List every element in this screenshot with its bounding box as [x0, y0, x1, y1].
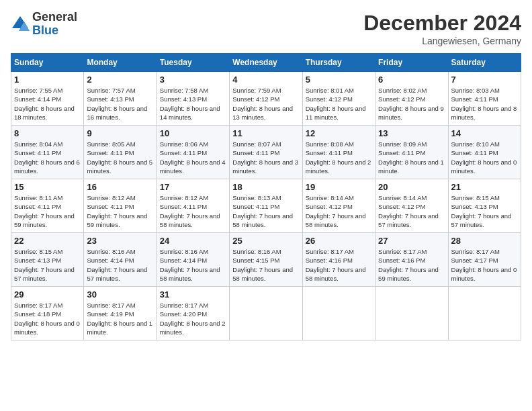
- day-info: Sunrise: 8:14 AMSunset: 4:12 PMDaylight:…: [306, 194, 366, 228]
- day-number: 7: [451, 75, 518, 85]
- table-row: 19Sunrise: 8:14 AMSunset: 4:12 PMDayligh…: [302, 179, 375, 233]
- day-number: 16: [87, 182, 153, 192]
- table-row: 18Sunrise: 8:13 AMSunset: 4:11 PMDayligh…: [230, 179, 302, 233]
- day-info: Sunrise: 8:11 AMSunset: 4:11 PMDaylight:…: [14, 194, 75, 228]
- day-info: Sunrise: 8:07 AMSunset: 4:11 PMDaylight:…: [232, 140, 298, 175]
- header-thursday: Thursday: [302, 54, 375, 72]
- day-info: Sunrise: 8:16 AMSunset: 4:14 PMDaylight:…: [160, 248, 220, 282]
- table-row: 27Sunrise: 8:17 AMSunset: 4:16 PMDayligh…: [375, 233, 448, 287]
- day-info: Sunrise: 8:16 AMSunset: 4:15 PMDaylight:…: [232, 248, 293, 282]
- day-number: 22: [14, 236, 81, 246]
- day-number: 13: [378, 128, 445, 138]
- day-info: Sunrise: 7:55 AMSunset: 4:14 PMDaylight:…: [14, 87, 75, 121]
- table-row: 12Sunrise: 8:08 AMSunset: 4:11 PMDayligh…: [302, 126, 375, 179]
- day-info: Sunrise: 8:13 AMSunset: 4:11 PMDaylight:…: [232, 194, 293, 228]
- day-info: Sunrise: 8:17 AMSunset: 4:16 PMDaylight:…: [378, 248, 439, 282]
- table-row: 22Sunrise: 8:15 AMSunset: 4:13 PMDayligh…: [11, 233, 84, 287]
- calendar-row: 1Sunrise: 7:55 AMSunset: 4:14 PMDaylight…: [11, 72, 521, 126]
- table-row: 20Sunrise: 8:14 AMSunset: 4:12 PMDayligh…: [375, 179, 448, 233]
- day-info: Sunrise: 8:14 AMSunset: 4:12 PMDaylight:…: [378, 194, 439, 228]
- logo: General Blue: [11, 11, 77, 38]
- weekday-header-row: Sunday Monday Tuesday Wednesday Thursday…: [11, 54, 521, 72]
- day-info: Sunrise: 8:05 AMSunset: 4:11 PMDaylight:…: [87, 140, 152, 175]
- table-row: 4Sunrise: 7:59 AMSunset: 4:12 PMDaylight…: [230, 72, 302, 126]
- day-number: 2: [87, 75, 153, 85]
- table-row: 23Sunrise: 8:16 AMSunset: 4:14 PMDayligh…: [84, 233, 157, 287]
- table-row: 6Sunrise: 8:02 AMSunset: 4:12 PMDaylight…: [375, 72, 448, 126]
- table-row: 31Sunrise: 8:17 AMSunset: 4:20 PMDayligh…: [157, 287, 229, 340]
- day-info: Sunrise: 8:04 AMSunset: 4:11 PMDaylight:…: [14, 140, 80, 175]
- table-row: 5Sunrise: 8:01 AMSunset: 4:12 PMDaylight…: [302, 72, 375, 126]
- table-row: 16Sunrise: 8:12 AMSunset: 4:11 PMDayligh…: [84, 179, 157, 233]
- day-info: Sunrise: 8:12 AMSunset: 4:11 PMDaylight:…: [160, 194, 220, 228]
- day-info: Sunrise: 7:59 AMSunset: 4:12 PMDaylight:…: [232, 87, 293, 121]
- header-monday: Monday: [84, 54, 157, 72]
- logo-text: General Blue: [32, 11, 77, 38]
- title-area: December 2024 Langewiesen, Germany: [363, 11, 521, 46]
- calendar-row: 15Sunrise: 8:11 AMSunset: 4:11 PMDayligh…: [11, 179, 521, 233]
- day-number: 25: [232, 236, 299, 246]
- table-row: [230, 287, 302, 340]
- table-row: 11Sunrise: 8:07 AMSunset: 4:11 PMDayligh…: [230, 126, 302, 179]
- day-number: 20: [378, 182, 445, 192]
- table-row: 10Sunrise: 8:06 AMSunset: 4:11 PMDayligh…: [157, 126, 229, 179]
- day-info: Sunrise: 8:02 AMSunset: 4:12 PMDaylight:…: [378, 87, 444, 121]
- day-number: 18: [232, 182, 299, 192]
- day-number: 17: [160, 182, 226, 192]
- day-number: 30: [87, 289, 153, 300]
- table-row: 26Sunrise: 8:17 AMSunset: 4:16 PMDayligh…: [302, 233, 375, 287]
- day-info: Sunrise: 8:08 AMSunset: 4:11 PMDaylight:…: [306, 140, 371, 175]
- header-friday: Friday: [375, 54, 448, 72]
- day-info: Sunrise: 7:57 AMSunset: 4:13 PMDaylight:…: [87, 87, 147, 121]
- day-number: 1: [14, 75, 81, 85]
- header-wednesday: Wednesday: [230, 54, 302, 72]
- day-number: 3: [160, 75, 226, 85]
- table-row: 3Sunrise: 7:58 AMSunset: 4:13 PMDaylight…: [157, 72, 229, 126]
- day-info: Sunrise: 8:10 AMSunset: 4:11 PMDaylight:…: [451, 140, 517, 175]
- day-number: 5: [306, 75, 372, 85]
- table-row: [448, 287, 521, 340]
- logo-line1: General: [32, 11, 77, 24]
- day-info: Sunrise: 8:17 AMSunset: 4:18 PMDaylight:…: [14, 302, 80, 336]
- table-row: 25Sunrise: 8:16 AMSunset: 4:15 PMDayligh…: [230, 233, 302, 287]
- table-row: 29Sunrise: 8:17 AMSunset: 4:18 PMDayligh…: [11, 287, 84, 340]
- month-title: December 2024: [363, 11, 521, 36]
- table-row: 17Sunrise: 8:12 AMSunset: 4:11 PMDayligh…: [157, 179, 229, 233]
- table-row: 7Sunrise: 8:03 AMSunset: 4:11 PMDaylight…: [448, 72, 521, 126]
- table-row: [302, 287, 375, 340]
- day-number: 27: [378, 236, 445, 246]
- day-info: Sunrise: 8:12 AMSunset: 4:11 PMDaylight:…: [87, 194, 147, 228]
- table-row: 2Sunrise: 7:57 AMSunset: 4:13 PMDaylight…: [84, 72, 157, 126]
- header-saturday: Saturday: [448, 54, 521, 72]
- calendar-table: Sunday Monday Tuesday Wednesday Thursday…: [11, 53, 521, 340]
- day-number: 21: [451, 182, 518, 192]
- day-number: 29: [14, 289, 81, 300]
- day-info: Sunrise: 8:01 AMSunset: 4:12 PMDaylight:…: [306, 87, 366, 121]
- day-info: Sunrise: 8:17 AMSunset: 4:17 PMDaylight:…: [451, 248, 517, 282]
- table-row: [375, 287, 448, 340]
- day-number: 24: [160, 236, 226, 246]
- day-info: Sunrise: 8:09 AMSunset: 4:11 PMDaylight:…: [378, 140, 444, 175]
- day-number: 28: [451, 236, 518, 246]
- day-info: Sunrise: 8:17 AMSunset: 4:16 PMDaylight:…: [306, 248, 366, 282]
- table-row: 13Sunrise: 8:09 AMSunset: 4:11 PMDayligh…: [375, 126, 448, 179]
- table-row: 1Sunrise: 7:55 AMSunset: 4:14 PMDaylight…: [11, 72, 84, 126]
- day-info: Sunrise: 8:15 AMSunset: 4:13 PMDaylight:…: [451, 194, 512, 228]
- day-info: Sunrise: 8:17 AMSunset: 4:19 PMDaylight:…: [87, 302, 152, 336]
- day-number: 11: [232, 128, 299, 138]
- calendar-row: 22Sunrise: 8:15 AMSunset: 4:13 PMDayligh…: [11, 233, 521, 287]
- header-tuesday: Tuesday: [157, 54, 229, 72]
- day-number: 23: [87, 236, 153, 246]
- day-info: Sunrise: 8:15 AMSunset: 4:13 PMDaylight:…: [14, 248, 75, 282]
- day-info: Sunrise: 7:58 AMSunset: 4:13 PMDaylight:…: [160, 87, 220, 121]
- logo-icon: [11, 15, 30, 34]
- day-info: Sunrise: 8:03 AMSunset: 4:11 PMDaylight:…: [451, 87, 517, 121]
- table-row: 28Sunrise: 8:17 AMSunset: 4:17 PMDayligh…: [448, 233, 521, 287]
- day-number: 8: [14, 128, 81, 138]
- header-sunday: Sunday: [11, 54, 84, 72]
- calendar-row: 8Sunrise: 8:04 AMSunset: 4:11 PMDaylight…: [11, 126, 521, 179]
- day-number: 26: [306, 236, 372, 246]
- day-number: 12: [306, 128, 372, 138]
- table-row: 30Sunrise: 8:17 AMSunset: 4:19 PMDayligh…: [84, 287, 157, 340]
- day-info: Sunrise: 8:17 AMSunset: 4:20 PMDaylight:…: [160, 302, 226, 336]
